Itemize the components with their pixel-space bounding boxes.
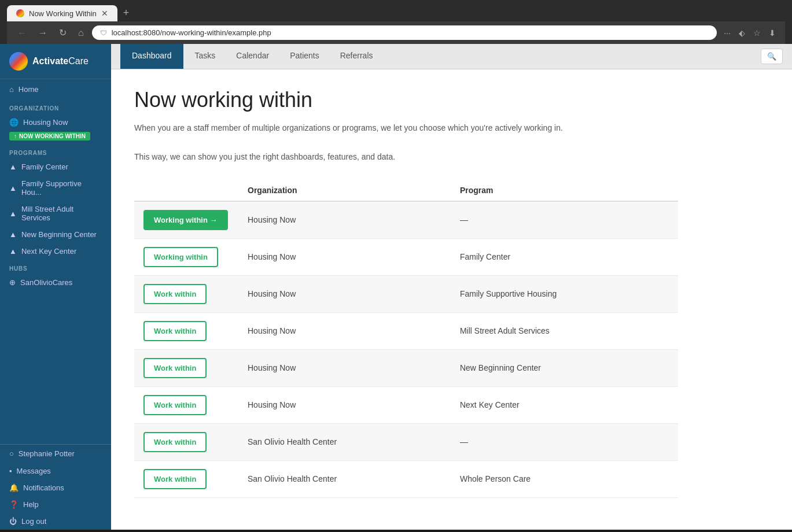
sidebar-item-family-supportive[interactable]: ▲ Family Supportive Hou... — [0, 175, 111, 201]
table-cell-organization: Housing Now — [238, 312, 451, 349]
page-description-line1: When you are a staff member of multiple … — [134, 121, 655, 134]
table-cell-program: — — [451, 201, 678, 239]
table-cell-program: — — [451, 423, 678, 460]
download-icon[interactable]: ⬇ — [767, 26, 778, 40]
table-cell-program: Next Key Center — [451, 386, 678, 423]
table-cell-program: New Beginning Center — [451, 349, 678, 386]
more-button[interactable]: ··· — [721, 26, 733, 40]
browser-toolbar: ← → ↻ ⌂ 🛡 localhost:8080/now-working-wit… — [7, 21, 785, 44]
address-bar[interactable]: 🛡 localhost:8080/now-working-within/exam… — [92, 25, 717, 40]
sidebar-item-mill-street[interactable]: ▲ Mill Street Adult Services — [0, 201, 111, 226]
logo-bold: Activate — [32, 56, 68, 66]
sidebar-item-new-beginning[interactable]: ▲ New Beginning Center — [0, 226, 111, 243]
table-row: Working within →Housing Now— — [134, 201, 678, 239]
table-cell-button: Work within — [134, 275, 238, 312]
working-within-active-button[interactable]: Working within → — [143, 210, 228, 230]
reload-button[interactable]: ↻ — [56, 25, 70, 40]
table-row: Work withinHousing NowNext Key Center — [134, 386, 678, 423]
table-cell-button: Work within — [134, 386, 238, 423]
work-within-table: Organization Program Working within →Hou… — [134, 180, 678, 498]
work-within-button[interactable]: Work within — [143, 395, 207, 415]
tab-dashboard[interactable]: Dashboard — [120, 44, 183, 69]
table-cell-organization: San Olivio Health Center — [238, 423, 451, 460]
work-within-button[interactable]: Work within — [143, 321, 207, 341]
app-wrapper: ActivateCare ⌂ Home ORGANIZATION 🌐 Housi… — [0, 44, 792, 530]
section-programs-label: PROGRAMS — [0, 144, 111, 158]
hub-label-1: SanOlivioCares — [20, 278, 72, 287]
col-header-organization: Organization — [238, 180, 451, 201]
home-button[interactable]: ⌂ — [75, 25, 87, 40]
sidebar-item-sanolivio[interactable]: ⊕ SanOlivioCares — [0, 274, 111, 291]
table-row: Work withinSan Olivio Health CenterWhole… — [134, 460, 678, 497]
program-label-1: Family Center — [21, 162, 68, 171]
browser-chrome: Now Working Within ✕ + ← → ↻ ⌂ 🛡 localho… — [0, 0, 792, 44]
sidebar-home-link[interactable]: ⌂ Home — [0, 79, 111, 99]
bell-icon: 🔔 — [9, 483, 19, 492]
logo-light: Care — [68, 56, 89, 66]
sidebar-messages[interactable]: ▪ Messages — [0, 463, 111, 479]
badge-text: NOW WORKING WITHIN — [19, 133, 86, 139]
work-within-button[interactable]: Work within — [143, 284, 207, 304]
tab-favicon — [16, 9, 24, 17]
tab-patients[interactable]: Patients — [281, 44, 329, 69]
work-within-button[interactable]: Working within — [143, 247, 218, 267]
content-area: Now working within When you are a staff … — [111, 69, 792, 530]
sidebar-notifications[interactable]: 🔔 Notifications — [0, 479, 111, 496]
sidebar: ActivateCare ⌂ Home ORGANIZATION 🌐 Housi… — [0, 44, 111, 530]
work-within-button[interactable]: Work within — [143, 358, 207, 378]
program-icon-1: ▲ — [9, 162, 17, 171]
sidebar-logout[interactable]: ⏻ Log out — [0, 513, 111, 530]
table-cell-organization: Housing Now — [238, 275, 451, 312]
program-icon-3: ▲ — [9, 209, 17, 218]
user-icon: ○ — [9, 449, 14, 458]
logo: ActivateCare — [0, 44, 111, 79]
program-icon-5: ▲ — [9, 247, 17, 256]
program-icon-2: ▲ — [9, 184, 17, 193]
now-working-badge: ↑ NOW WORKING WITHIN — [9, 132, 90, 141]
tab-tasks[interactable]: Tasks — [186, 44, 225, 69]
tab-close-button[interactable]: ✕ — [101, 9, 108, 18]
sidebar-item-housing-now[interactable]: 🌐 Housing Now — [0, 114, 111, 131]
messages-icon: ▪ — [9, 467, 12, 475]
forward-button[interactable]: → — [35, 25, 51, 40]
table-cell-button: Work within — [134, 423, 238, 460]
badge-icon: ↑ — [14, 133, 17, 139]
table-cell-button: Work within — [134, 349, 238, 386]
work-within-button[interactable]: Work within — [143, 469, 207, 489]
home-icon: ⌂ — [9, 85, 14, 94]
work-within-button[interactable]: Work within — [143, 432, 207, 452]
table-cell-organization: Housing Now — [238, 201, 451, 239]
hub-icon-1: ⊕ — [9, 278, 16, 287]
sidebar-user[interactable]: ○ Stephanie Potter — [0, 445, 111, 463]
org-name: Housing Now — [23, 118, 68, 127]
program-label-2: Family Supportive Hou... — [21, 179, 102, 197]
sidebar-item-family-center[interactable]: ▲ Family Center — [0, 158, 111, 175]
logo-icon — [9, 52, 28, 71]
notifications-label: Notifications — [23, 483, 64, 492]
table-cell-organization: Housing Now — [238, 238, 451, 275]
tab-bar: Now Working Within ✕ + — [7, 5, 785, 21]
table-cell-organization: Housing Now — [238, 386, 451, 423]
new-tab-button[interactable]: + — [119, 5, 134, 21]
table-cell-button: Working within — [134, 238, 238, 275]
sidebar-item-next-key[interactable]: ▲ Next Key Center — [0, 243, 111, 260]
table-cell-program: Family Center — [451, 238, 678, 275]
back-button[interactable]: ← — [14, 25, 30, 40]
search-button[interactable]: 🔍 — [761, 49, 783, 64]
table-cell-organization: San Olivio Health Center — [238, 460, 451, 497]
sidebar-help[interactable]: ❓ Help — [0, 496, 111, 513]
table-row: Work withinHousing NowMill Street Adult … — [134, 312, 678, 349]
sidebar-bottom: ○ Stephanie Potter ▪ Messages 🔔 Notifica… — [0, 444, 111, 530]
tab-calendar[interactable]: Calendar — [227, 44, 278, 69]
section-org-label: ORGANIZATION — [0, 99, 111, 114]
page-description-line2: This way, we can show you just the right… — [134, 150, 655, 163]
bookmark-icon[interactable]: ☆ — [751, 26, 763, 40]
table-cell-organization: Housing Now — [238, 349, 451, 386]
active-browser-tab[interactable]: Now Working Within ✕ — [7, 5, 117, 21]
tab-referrals[interactable]: Referrals — [331, 44, 382, 69]
section-hubs-label: HUBS — [0, 260, 111, 274]
table-cell-button: Work within — [134, 312, 238, 349]
help-label: Help — [23, 500, 39, 509]
col-header-program: Program — [451, 180, 678, 201]
pocket-icon[interactable]: ⬖ — [736, 26, 747, 40]
